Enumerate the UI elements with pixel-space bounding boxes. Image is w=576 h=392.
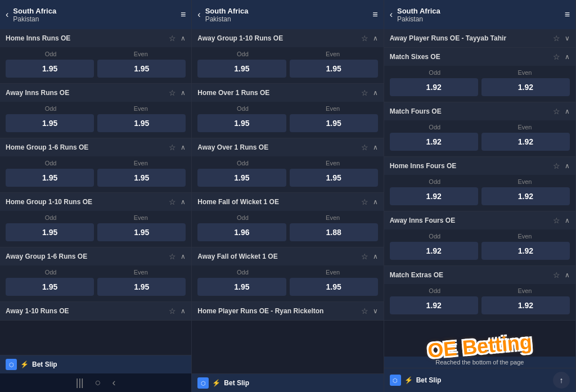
market-home-group-1-6: Home Group 1-6 Runs OE ☆ ∧ Odd Even 1.95… [0,138,191,193]
right-bet-slip-label[interactable]: Bet Slip [416,376,442,384]
market-home-inns-even-btn[interactable]: 1.95 [97,60,186,78]
market-away-over-1: Away Over 1 Runs OE ☆ ∧ Odd Even 1.95 1.… [192,138,383,193]
market-home-fow1-title: Home Fall of Wicket 1 OE [197,198,279,206]
market-away-inns-even-btn[interactable]: 1.95 [97,114,186,132]
market-match-fours-collapse[interactable]: ∧ [565,107,570,115]
market-away-group-1-6-title: Away Group 1-6 Runs OE [6,253,87,260]
market-match-sixes-odd-btn[interactable]: 1.92 [390,78,478,96]
market-home-player-ryan-star[interactable]: ☆ [361,307,368,316]
market-away-inns-fours-even-btn[interactable]: 1.92 [482,242,570,260]
market-home-group-1-10-odd-btn[interactable]: 1.95 [6,223,94,241]
market-home-inns-title: Home Inns Runs OE [6,34,70,42]
market-home-group-1-6-even-btn[interactable]: 1.95 [97,169,186,187]
market-home-fow1-even-btn[interactable]: 1.88 [290,223,378,241]
market-home-group-1-6-star-icon[interactable]: ☆ [169,143,176,152]
middle-bet-slip-label[interactable]: Bet Slip [224,379,249,387]
market-home-inns-fours-body: Odd Even 1.92 1.92 [384,175,575,211]
market-away-over-1-star[interactable]: ☆ [361,143,368,152]
market-home-inns-fours-collapse[interactable]: ∧ [565,162,570,170]
market-home-inns-collapse-icon[interactable]: ∧ [181,34,186,42]
left-nav-back-icon[interactable]: ‹ [112,377,116,389]
market-away-group-1-10-even-btn[interactable]: 1.95 [290,60,378,78]
market-match-extras-odds-row: 1.92 1.92 [390,296,570,314]
market-away-group-1-6-even-btn[interactable]: 1.95 [97,278,186,296]
market-home-over-1-star[interactable]: ☆ [361,88,368,97]
market-away-inns-odd-btn[interactable]: 1.95 [6,114,94,132]
market-home-fow1-star[interactable]: ☆ [361,197,368,206]
market-away-inns-collapse-icon[interactable]: ∧ [181,89,186,97]
market-home-inns-fours-odd-btn[interactable]: 1.92 [390,187,478,205]
market-away-group-1-6-star-icon[interactable]: ☆ [169,252,176,261]
market-home-group-1-6-collapse-icon[interactable]: ∧ [181,143,186,151]
left-header-left: ‹ South Africa Pakistan [6,7,56,23]
right-scroll-top-button[interactable]: ↑ [553,372,570,389]
left-nav-home-icon[interactable]: ○ [95,377,101,389]
market-home-player-ryan-collapse[interactable]: ∨ [373,307,378,315]
left-lightning-icon: ⚡ [20,361,29,368]
market-match-extras-star[interactable]: ☆ [553,271,560,280]
left-header-titles: South Africa Pakistan [13,7,56,23]
market-away-1-10-partial-collapse-icon[interactable]: ∧ [181,307,186,315]
market-home-inns-fours-even-btn[interactable]: 1.92 [482,187,570,205]
market-match-extras-odd-btn[interactable]: 1.92 [390,296,478,314]
market-away-inns-fours-odds-row: 1.92 1.92 [390,242,570,260]
market-away-player-tayyab-header: Away Player Runs OE - Tayyab Tahir ☆ ∨ [384,29,575,47]
middle-header-menu-icon[interactable]: ≡ [372,10,377,20]
market-away-over-1-odd-btn[interactable]: 1.95 [197,169,286,187]
right-back-button[interactable]: ‹ [390,10,393,20]
market-away-fow1-star[interactable]: ☆ [361,252,368,261]
market-match-extras-even-btn[interactable]: 1.92 [482,296,570,314]
market-away-fow1-collapse[interactable]: ∧ [373,253,378,260]
market-home-group-1-6-odd-btn[interactable]: 1.95 [6,169,94,187]
left-nav-menu-icon[interactable]: ||| [76,377,84,389]
market-home-inns-fours-odds-row: 1.92 1.92 [390,187,570,205]
market-away-inns-fours-odd-btn[interactable]: 1.92 [390,242,478,260]
right-header-menu-icon[interactable]: ≡ [565,10,570,20]
market-home-group-1-6-controls: ☆ ∧ [169,143,186,152]
market-away-group-1-10-star[interactable]: ☆ [361,34,368,43]
market-away-fow1-odds-row: 1.95 1.95 [197,278,377,296]
market-home-group-1-10-collapse-icon[interactable]: ∧ [181,198,186,206]
market-match-fours-controls: ☆ ∧ [553,107,570,116]
market-home-over-1-odd-btn[interactable]: 1.95 [197,114,286,132]
market-away-player-tayyab-collapse[interactable]: ∨ [565,34,570,42]
market-match-sixes-even-btn[interactable]: 1.92 [482,78,570,96]
market-away-over-1-collapse[interactable]: ∧ [373,143,378,151]
market-away-group-1-10-collapse[interactable]: ∧ [373,34,378,42]
market-match-fours-star[interactable]: ☆ [553,107,560,116]
market-away-group-1-6-odd-btn[interactable]: 1.95 [6,278,94,296]
market-away-fow1-even-btn[interactable]: 1.95 [290,278,378,296]
market-home-fow1-collapse[interactable]: ∧ [373,198,378,206]
market-home-inns-fours-star[interactable]: ☆ [553,161,560,170]
market-home-group-1-6-title: Home Group 1-6 Runs OE [6,143,88,151]
market-home-over-1-even-btn[interactable]: 1.95 [290,114,378,132]
market-match-fours-even-btn[interactable]: 1.92 [482,133,570,151]
market-match-sixes-star[interactable]: ☆ [553,52,560,61]
market-home-player-ryan-header: Home Player Runs OE - Ryan Rickelton ☆ ∨ [192,302,383,320]
market-home-fow1-header: Home Fall of Wicket 1 OE ☆ ∧ [192,193,383,211]
middle-back-button[interactable]: ‹ [197,10,200,20]
market-home-over-1-collapse[interactable]: ∧ [373,89,378,97]
market-home-group-1-10-star-icon[interactable]: ☆ [169,197,176,206]
market-match-extras-collapse[interactable]: ∧ [565,271,570,279]
market-away-group-1-6-collapse-icon[interactable]: ∧ [181,253,186,260]
market-match-fours-odd-btn[interactable]: 1.92 [390,133,478,151]
left-bet-slip-label[interactable]: Bet Slip [32,361,57,368]
market-home-inns-star-icon[interactable]: ☆ [169,34,176,43]
market-away-fow1-odd-btn[interactable]: 1.95 [197,278,286,296]
market-away-inns-fours-star[interactable]: ☆ [553,216,560,225]
market-away-player-tayyab-star[interactable]: ☆ [553,34,560,43]
market-home-fow1-odd-btn[interactable]: 1.96 [197,223,286,241]
market-home-inns-odd-btn[interactable]: 1.95 [6,60,94,78]
market-match-sixes-collapse[interactable]: ∧ [565,53,570,61]
market-away-over-1-even-btn[interactable]: 1.95 [290,169,378,187]
market-away-group-1-10-odd-btn[interactable]: 1.95 [197,60,286,78]
left-header-menu-icon[interactable]: ≡ [181,10,186,20]
market-away-inns-fours-collapse[interactable]: ∧ [565,217,570,224]
market-home-group-1-10-even-btn[interactable]: 1.95 [97,223,186,241]
market-away-inns-star-icon[interactable]: ☆ [169,88,176,97]
market-home-inns-body: Odd Even 1.95 1.95 [0,47,191,83]
market-away-1-10-partial-star-icon[interactable]: ☆ [169,307,176,316]
market-away-inns-header: Away Inns Runs OE ☆ ∧ [0,84,191,102]
left-back-button[interactable]: ‹ [6,10,8,20]
